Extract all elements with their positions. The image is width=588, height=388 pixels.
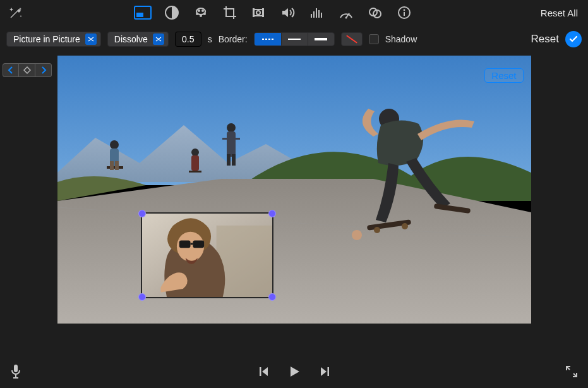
- svg-rect-27: [110, 161, 114, 170]
- svg-rect-53: [260, 367, 261, 376]
- border-color-swatch[interactable]: [341, 32, 363, 46]
- color-balance-icon[interactable]: [161, 3, 183, 22]
- transition-select[interactable]: Dissolve: [107, 32, 169, 47]
- svg-point-24: [110, 140, 119, 149]
- overlay-type-value: Picture in Picture: [13, 34, 80, 44]
- svg-point-4: [200, 15, 202, 17]
- svg-rect-51: [15, 374, 16, 377]
- svg-rect-54: [327, 367, 329, 376]
- crop-icon[interactable]: [219, 3, 241, 22]
- transition-duration-field[interactable]: 0.5: [175, 32, 201, 47]
- svg-point-17: [345, 17, 347, 19]
- noise-reduction-icon[interactable]: [306, 3, 328, 22]
- svg-rect-28: [115, 161, 119, 170]
- stabilization-icon[interactable]: [248, 3, 270, 22]
- seconds-label: s: [208, 34, 212, 44]
- chevron-down-icon: [85, 33, 97, 45]
- microphone-icon[interactable]: [10, 364, 21, 382]
- svg-rect-36: [227, 154, 231, 166]
- shadow-label: Shadow: [385, 34, 417, 44]
- nav-origin-button[interactable]: [19, 63, 35, 77]
- svg-rect-35: [235, 138, 240, 140]
- preview-viewer[interactable]: Reset: [57, 56, 531, 324]
- apply-check-button[interactable]: [565, 31, 582, 47]
- svg-point-32: [227, 123, 236, 132]
- svg-rect-52: [13, 377, 18, 379]
- svg-point-21: [404, 9, 405, 11]
- svg-rect-31: [189, 171, 201, 173]
- pip-handle-bottom-right[interactable]: [268, 293, 276, 301]
- viewer-nav-overlay: [3, 63, 52, 77]
- svg-rect-50: [14, 365, 18, 372]
- play-icon[interactable]: [287, 365, 301, 381]
- border-style-thin[interactable]: [281, 33, 308, 45]
- color-correction-icon[interactable]: [190, 3, 212, 22]
- svg-point-3: [196, 13, 198, 15]
- border-style-dashed[interactable]: [255, 33, 281, 45]
- svg-rect-16: [321, 13, 322, 18]
- clip-info-icon[interactable]: [393, 3, 415, 22]
- viewer-reset-button[interactable]: Reset: [484, 68, 523, 83]
- svg-point-40: [374, 227, 380, 233]
- svg-rect-48: [193, 240, 204, 248]
- pip-handle-top-left[interactable]: [138, 210, 146, 217]
- svg-rect-30: [191, 155, 199, 171]
- svg-point-5: [203, 13, 206, 15]
- svg-rect-33: [227, 131, 236, 157]
- nav-forward-button[interactable]: [35, 63, 52, 77]
- overlay-options-bar: Picture in Picture Dissolve 0.5 s Border…: [0, 28, 588, 51]
- main-clip-image: [57, 56, 531, 324]
- overlay-type-select[interactable]: Picture in Picture: [6, 32, 101, 47]
- svg-point-29: [191, 149, 199, 156]
- speed-icon[interactable]: [335, 3, 357, 22]
- svg-rect-37: [232, 154, 236, 166]
- previous-frame-icon[interactable]: [258, 366, 270, 380]
- svg-rect-14: [316, 8, 317, 18]
- svg-rect-15: [318, 10, 320, 18]
- volume-icon[interactable]: [277, 3, 299, 22]
- chevron-down-icon: [153, 33, 164, 45]
- adjustments-toolbar: Reset All: [0, 0, 588, 25]
- nav-back-button[interactable]: [3, 63, 19, 77]
- reset-overlay-button[interactable]: Reset: [531, 33, 559, 45]
- svg-point-41: [402, 223, 408, 229]
- svg-point-11: [256, 11, 260, 15]
- svg-rect-49: [190, 243, 193, 245]
- svg-rect-45: [216, 226, 272, 297]
- svg-rect-22: [404, 12, 405, 16]
- svg-point-43: [352, 230, 362, 240]
- pip-handle-bottom-left[interactable]: [138, 293, 146, 301]
- transition-value: Dissolve: [114, 34, 148, 44]
- enhance-wand-icon[interactable]: [5, 3, 27, 22]
- svg-rect-13: [313, 11, 315, 18]
- border-style-segment: [254, 32, 335, 46]
- pip-overlay-clip[interactable]: [141, 212, 273, 298]
- svg-point-6: [198, 9, 200, 12]
- clip-filter-icon[interactable]: [364, 3, 386, 22]
- border-label: Border:: [219, 34, 248, 44]
- video-overlay-icon[interactable]: [132, 3, 153, 22]
- fullscreen-icon[interactable]: [565, 365, 578, 380]
- pip-clip-image: [142, 214, 272, 297]
- svg-rect-1: [136, 13, 143, 17]
- svg-rect-12: [311, 14, 312, 18]
- svg-point-7: [201, 9, 204, 12]
- svg-rect-9: [253, 8, 255, 17]
- pip-handle-top-right[interactable]: [268, 210, 276, 217]
- svg-rect-34: [222, 138, 227, 140]
- next-frame-icon[interactable]: [319, 366, 330, 380]
- svg-rect-47: [179, 240, 190, 248]
- reset-all-button[interactable]: Reset All: [536, 5, 583, 21]
- border-style-thick[interactable]: [308, 33, 334, 45]
- svg-rect-10: [262, 8, 264, 17]
- viewer-wrap: Reset: [0, 51, 588, 358]
- transport-bar: [0, 358, 588, 388]
- shadow-checkbox[interactable]: [369, 34, 379, 44]
